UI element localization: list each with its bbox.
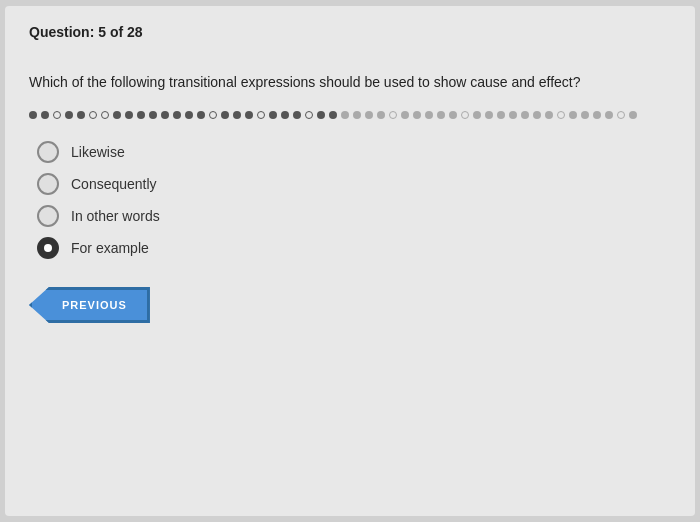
dot-44 <box>545 111 553 119</box>
option-in-other-words[interactable]: In other words <box>37 205 671 227</box>
dot-18 <box>233 111 241 119</box>
dot-8 <box>113 111 121 119</box>
dot-14 <box>185 111 193 119</box>
dot-36 <box>449 111 457 119</box>
dot-49 <box>605 111 613 119</box>
dot-47 <box>581 111 589 119</box>
dot-33 <box>413 111 421 119</box>
dot-35 <box>437 111 445 119</box>
dot-41 <box>509 111 517 119</box>
dot-39 <box>485 111 493 119</box>
option-likewise[interactable]: Likewise <box>37 141 671 163</box>
question-counter: Question: 5 of 28 <box>29 24 671 40</box>
dot-11 <box>149 111 157 119</box>
dot-9 <box>125 111 133 119</box>
dot-42 <box>521 111 529 119</box>
dot-17 <box>221 111 229 119</box>
dot-45 <box>557 111 565 119</box>
previous-button[interactable]: PREVIOUS <box>29 287 150 323</box>
radio-consequently[interactable] <box>37 173 59 195</box>
dot-30 <box>377 111 385 119</box>
dot-26 <box>329 111 337 119</box>
dot-46 <box>569 111 577 119</box>
dot-32 <box>401 111 409 119</box>
question-text: Which of the following transitional expr… <box>29 72 669 93</box>
dot-29 <box>365 111 373 119</box>
option-in-other-words-label: In other words <box>71 208 160 224</box>
radio-for-example[interactable] <box>37 237 59 259</box>
radio-in-other-words[interactable] <box>37 205 59 227</box>
option-consequently[interactable]: Consequently <box>37 173 671 195</box>
dot-40 <box>497 111 505 119</box>
options-list: Likewise Consequently In other words For… <box>37 141 671 259</box>
option-for-example-label: For example <box>71 240 149 256</box>
radio-likewise[interactable] <box>37 141 59 163</box>
dot-27 <box>341 111 349 119</box>
dot-2 <box>41 111 49 119</box>
dot-10 <box>137 111 145 119</box>
dot-7 <box>101 111 109 119</box>
dot-20 <box>257 111 265 119</box>
dot-48 <box>593 111 601 119</box>
quiz-page: Question: 5 of 28 Which of the following… <box>5 6 695 516</box>
dot-38 <box>473 111 481 119</box>
dot-12 <box>161 111 169 119</box>
option-likewise-label: Likewise <box>71 144 125 160</box>
dot-37 <box>461 111 469 119</box>
dot-22 <box>281 111 289 119</box>
dot-4 <box>65 111 73 119</box>
previous-button-wrapper: PREVIOUS <box>29 287 150 323</box>
dot-23 <box>293 111 301 119</box>
progress-dots <box>29 111 671 119</box>
dot-5 <box>77 111 85 119</box>
radio-inner-dot <box>44 244 52 252</box>
dot-1 <box>29 111 37 119</box>
dot-19 <box>245 111 253 119</box>
dot-3 <box>53 111 61 119</box>
dot-16 <box>209 111 217 119</box>
option-consequently-label: Consequently <box>71 176 157 192</box>
option-for-example[interactable]: For example <box>37 237 671 259</box>
dot-6 <box>89 111 97 119</box>
dot-25 <box>317 111 325 119</box>
dot-31 <box>389 111 397 119</box>
dot-15 <box>197 111 205 119</box>
dot-50 <box>617 111 625 119</box>
dot-34 <box>425 111 433 119</box>
dot-13 <box>173 111 181 119</box>
dot-21 <box>269 111 277 119</box>
dot-43 <box>533 111 541 119</box>
dot-51 <box>629 111 637 119</box>
dot-28 <box>353 111 361 119</box>
dot-24 <box>305 111 313 119</box>
